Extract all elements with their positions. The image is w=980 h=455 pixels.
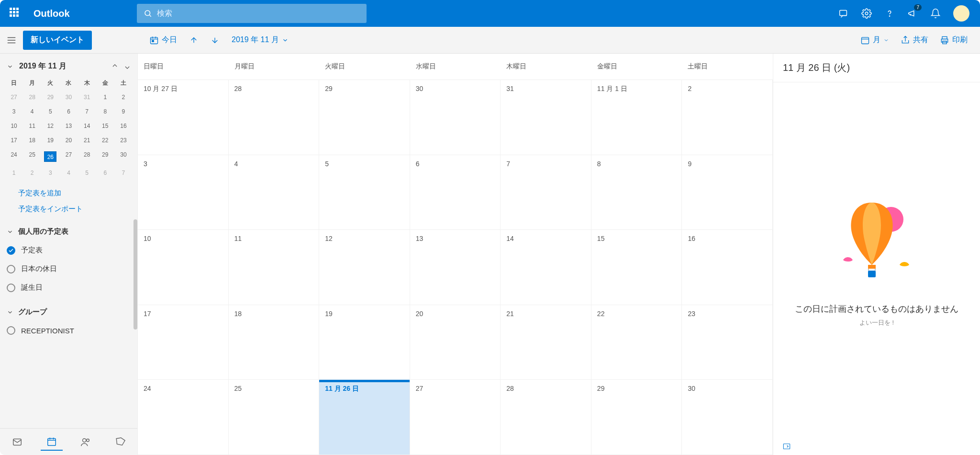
calendar-cell[interactable]: 4 [229, 155, 320, 230]
calendar-cell[interactable]: 28 [229, 80, 320, 155]
calendar-list-item[interactable]: 予定表 [0, 241, 137, 260]
minical-day[interactable]: 24 [5, 148, 23, 166]
calendar-checkbox[interactable] [7, 326, 15, 335]
section-personal-calendars[interactable]: 個人用の予定表 [0, 222, 137, 241]
minical-day[interactable]: 23 [114, 133, 133, 148]
calendar-cell[interactable]: 25 [229, 380, 320, 455]
calendar-cell[interactable]: 10 月 27 日 [138, 80, 229, 155]
minical-day[interactable]: 29 [41, 90, 59, 104]
minical-day[interactable]: 25 [23, 148, 41, 166]
new-event-button[interactable]: 新しいイベント [23, 31, 92, 50]
calendar-cell[interactable]: 20 [410, 305, 501, 380]
calendar-checkbox[interactable] [7, 284, 15, 292]
people-module-icon[interactable] [75, 434, 97, 450]
calendar-cell[interactable]: 3 [138, 155, 229, 230]
hamburger-icon[interactable] [5, 34, 18, 47]
minical-day[interactable]: 5 [41, 104, 59, 119]
calendar-module-icon[interactable] [41, 433, 63, 451]
minical-day[interactable]: 30 [114, 148, 133, 166]
view-switch-button[interactable]: 月 [860, 35, 889, 45]
minical-day[interactable]: 16 [114, 119, 133, 133]
minical-day[interactable]: 1 [96, 90, 114, 104]
calendar-list-item[interactable]: 誕生日 [0, 278, 137, 297]
calendar-cell[interactable]: 15 [591, 230, 682, 305]
calendar-cell[interactable]: 9 [682, 155, 773, 230]
minical-day[interactable]: 27 [59, 148, 78, 166]
calendar-cell[interactable]: 14 [501, 230, 591, 305]
calendar-cell[interactable]: 22 [591, 305, 682, 380]
calendar-cell[interactable]: 17 [138, 305, 229, 380]
minical-day[interactable]: 10 [5, 119, 23, 133]
minical-day[interactable]: 19 [41, 133, 59, 148]
period-picker[interactable]: 2019 年 11 月 [232, 35, 289, 45]
megaphone-icon[interactable]: 7 [907, 8, 918, 19]
calendar-list-item[interactable]: RECEPTIONIST [0, 321, 137, 340]
import-calendar-link[interactable]: 予定表をインポート [0, 205, 137, 214]
today-button[interactable]: 今日 [149, 35, 177, 45]
calendar-cell[interactable]: 19 [319, 305, 410, 380]
calendar-cell[interactable]: 10 [138, 230, 229, 305]
mail-module-icon[interactable] [6, 434, 28, 450]
calendar-cell[interactable]: 28 [501, 380, 591, 455]
calendar-cell[interactable]: 5 [319, 155, 410, 230]
user-avatar[interactable] [953, 5, 969, 22]
section-groups[interactable]: グループ [0, 303, 137, 321]
minical-day[interactable]: 22 [96, 133, 114, 148]
minical-day[interactable]: 30 [59, 90, 78, 104]
minical-day[interactable]: 9 [114, 104, 133, 119]
calendar-list-item[interactable]: 日本の休日 [0, 260, 137, 278]
minical-day[interactable]: 11 [23, 119, 41, 133]
minical-day[interactable]: 12 [41, 119, 59, 133]
print-button[interactable]: 印刷 [940, 35, 968, 45]
add-calendar-link[interactable]: 予定表を追加 [0, 189, 137, 198]
minical-day[interactable]: 5 [78, 166, 96, 180]
minical-day[interactable]: 18 [23, 133, 41, 148]
search-input[interactable] [157, 9, 360, 18]
minical-day[interactable]: 3 [41, 166, 59, 180]
calendar-cell[interactable]: 11 月 1 日 [591, 80, 682, 155]
minical-prev-button[interactable] [111, 63, 118, 70]
minical-next-button[interactable] [124, 63, 131, 70]
minical-day[interactable]: 17 [5, 133, 23, 148]
calendar-cell[interactable]: 30 [682, 380, 773, 455]
calendar-cell[interactable]: 27 [410, 380, 501, 455]
calendar-cell[interactable]: 21 [501, 305, 591, 380]
minical-day[interactable]: 28 [23, 90, 41, 104]
minical-day[interactable]: 31 [78, 90, 96, 104]
calendar-cell[interactable]: 7 [501, 155, 591, 230]
calendar-cell[interactable]: 6 [410, 155, 501, 230]
minical-day[interactable]: 15 [96, 119, 114, 133]
minical-day[interactable]: 13 [59, 119, 78, 133]
prev-period-button[interactable] [189, 36, 198, 45]
settings-icon[interactable] [861, 8, 872, 19]
minical-day[interactable]: 21 [78, 133, 96, 148]
calendar-cell[interactable]: 23 [682, 305, 773, 380]
calendar-cell[interactable]: 11 月 26 日 [319, 380, 410, 455]
calendar-cell[interactable]: 18 [229, 305, 320, 380]
calendar-cell[interactable]: 2 [682, 80, 773, 155]
calendar-cell[interactable]: 8 [591, 155, 682, 230]
minical-day[interactable]: 2 [23, 166, 41, 180]
calendar-cell[interactable]: 29 [591, 380, 682, 455]
calendar-cell[interactable]: 16 [682, 230, 773, 305]
minical-day[interactable]: 1 [5, 166, 23, 180]
calendar-cell[interactable]: 11 [229, 230, 320, 305]
minical-day[interactable]: 14 [78, 119, 96, 133]
calendar-cell[interactable]: 29 [319, 80, 410, 155]
minical-day[interactable]: 29 [96, 148, 114, 166]
minical-day[interactable]: 6 [59, 104, 78, 119]
agenda-collapse-icon[interactable] [773, 438, 980, 455]
tasks-module-icon[interactable] [109, 434, 131, 450]
search-box[interactable] [137, 4, 367, 23]
minical-day[interactable]: 26 [41, 148, 59, 166]
minical-day[interactable]: 27 [5, 90, 23, 104]
minical-day[interactable]: 7 [78, 104, 96, 119]
calendar-cell[interactable]: 12 [319, 230, 410, 305]
calendar-checkbox[interactable] [7, 265, 15, 273]
minical-day[interactable]: 28 [78, 148, 96, 166]
minical-day[interactable]: 4 [59, 166, 78, 180]
app-launcher-icon[interactable] [10, 8, 21, 19]
share-button[interactable]: 共有 [901, 35, 928, 45]
minical-day[interactable]: 8 [96, 104, 114, 119]
calendar-cell[interactable]: 31 [501, 80, 591, 155]
